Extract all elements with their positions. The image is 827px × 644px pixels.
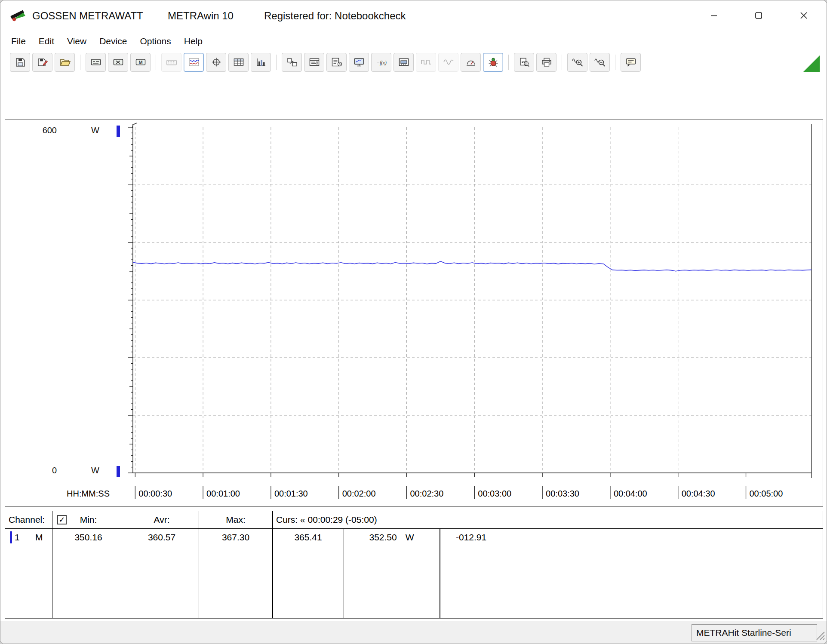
zoom-out-button[interactable] (590, 53, 610, 72)
settings-window-icon (309, 57, 320, 67)
clear-display-button[interactable] (108, 53, 128, 72)
svg-text:00:04:30: 00:04:30 (682, 489, 715, 498)
gauge-icon (465, 57, 477, 67)
online-monitor-button[interactable] (349, 53, 369, 72)
chart-plot[interactable]: 00:00:3000:01:0000:01:3000:02:0000:02:30… (5, 120, 823, 506)
menu-edit[interactable]: Edit (32, 36, 61, 46)
square-wave-button (416, 53, 436, 72)
lcd-clear-icon (113, 57, 124, 67)
measurement-sequence-button[interactable] (326, 53, 347, 72)
column-divider (199, 511, 199, 618)
lcd-display-icon (90, 57, 101, 67)
title-bar: GOSSEN METRAWATT METRAwin 10 Registered … (0, 0, 827, 32)
live-instrument-button[interactable] (483, 53, 503, 72)
memory-window-icon (398, 57, 409, 67)
menu-device[interactable]: Device (93, 36, 133, 46)
menu-help[interactable]: Help (178, 36, 209, 46)
keyboard-entry-button (161, 53, 181, 72)
resize-grip[interactable] (814, 629, 825, 642)
menu-options[interactable]: Options (133, 36, 177, 46)
channel-max-value: 367.30 (199, 530, 273, 545)
cursor-delta-value: -012.91 (456, 530, 486, 545)
save-report-icon (37, 57, 48, 67)
app-logo-icon (10, 8, 27, 25)
bar-graph-button[interactable] (251, 53, 271, 72)
svg-text:HH:MM:SS: HH:MM:SS (67, 489, 110, 498)
cursor2-value-group: 352.50W (344, 530, 440, 545)
device-status-box: METRAHit Starline-Seri (692, 624, 817, 641)
keyboard-icon (166, 57, 177, 67)
y-axis-unit-top: W (91, 125, 99, 136)
save-data-button[interactable] (10, 53, 30, 72)
svg-text:00:04:00: 00:04:00 (614, 489, 647, 498)
minimize-button[interactable] (701, 0, 726, 32)
device-settings-button[interactable] (304, 53, 324, 72)
toolbar-separator (562, 55, 562, 70)
maximize-button[interactable] (746, 0, 771, 32)
cursor2-unit: W (406, 532, 414, 542)
bar-graph-icon (255, 57, 267, 67)
data-transfer-button[interactable] (282, 53, 302, 72)
copy-display-button[interactable] (86, 53, 106, 72)
yt-chart-button[interactable] (184, 53, 204, 72)
app-vendor: GOSSEN METRAWATT (32, 10, 143, 22)
toolbar-separator (508, 55, 509, 70)
col-max-header: Max: (199, 511, 273, 528)
col-cursor-header: Curs: « 00:00:29 (-05:00) (276, 511, 377, 528)
crosshair-icon (211, 57, 222, 67)
svg-text:=f(x): =f(x) (376, 60, 387, 66)
menu-file[interactable]: File (5, 36, 32, 46)
channel-avr-value: 360.57 (125, 530, 199, 545)
bug-icon (488, 57, 499, 67)
meter-readout-button[interactable] (461, 53, 481, 72)
device-memory-button[interactable] (394, 53, 414, 72)
header-divider (5, 528, 823, 529)
channel-table: Channel: ✓ Min: Avr: Max: Curs: « 00:00:… (5, 511, 823, 619)
zoom-in-icon (572, 57, 584, 67)
cursor1-value: 365.41 (273, 530, 344, 545)
sine-wave-button (438, 53, 458, 72)
channel-min-value: 350.16 (52, 530, 125, 545)
chart-panel: 00:00:3000:01:0000:01:3000:02:0000:02:30… (5, 119, 823, 507)
status-bar: METRAHit Starline-Seri (0, 621, 827, 644)
channel-number: 1 (15, 530, 20, 545)
formula-button[interactable]: =f(x) (371, 53, 391, 72)
y-axis-max-label: 600 (22, 125, 57, 136)
menu-view[interactable]: View (61, 36, 93, 46)
zoom-in-button[interactable] (567, 53, 587, 72)
monitor-icon (354, 57, 365, 67)
save-icon (15, 57, 26, 67)
svg-text:00:00:30: 00:00:30 (138, 489, 172, 498)
svg-text:00:02:30: 00:02:30 (410, 489, 444, 498)
lcd-memory-icon: M (135, 57, 146, 67)
annotation-button[interactable] (621, 53, 641, 72)
table-icon (233, 57, 244, 67)
close-button[interactable] (791, 0, 816, 32)
close-icon (799, 11, 808, 21)
note-icon (625, 57, 636, 67)
svg-text:00:01:00: 00:01:00 (206, 489, 240, 498)
xy-chart-button[interactable] (206, 53, 226, 72)
store-display-button[interactable]: M (130, 53, 151, 72)
svg-text:M: M (138, 60, 142, 65)
data-table-button[interactable] (228, 53, 249, 72)
menu-bar: File Edit View Device Options Help (0, 32, 827, 50)
save-report-button[interactable] (32, 53, 52, 72)
column-divider (440, 528, 440, 618)
print-button[interactable] (536, 53, 556, 72)
toolbar-separator (615, 55, 615, 70)
green-triangle-marker (803, 55, 820, 72)
open-file-button[interactable] (55, 53, 75, 72)
open-folder-icon (59, 57, 71, 67)
zoom-out-icon (594, 57, 606, 67)
print-preview-button[interactable] (514, 53, 534, 72)
measurement-status-panel: Trig: OFF Chan: 123456789 Status: Browsi… (0, 74, 827, 119)
app-window: GOSSEN METRAWATT METRAwin 10 Registered … (0, 0, 827, 644)
sine-wave-icon (443, 57, 454, 67)
column-divider (52, 511, 52, 618)
svg-text:00:03:30: 00:03:30 (546, 489, 579, 498)
channel1-scale-marker-top (117, 126, 120, 137)
fx-icon: =f(x) (375, 57, 388, 67)
sequence-icon (331, 57, 342, 67)
channel1-scale-marker-bottom (117, 466, 120, 477)
